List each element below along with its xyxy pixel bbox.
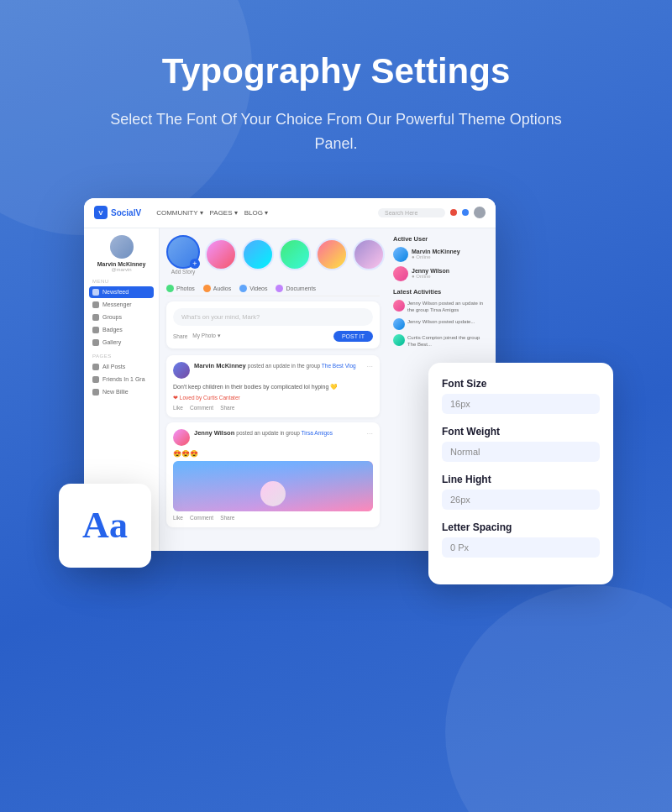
story-avatar-5[interactable] — [353, 238, 385, 270]
feed-avatar-1 — [173, 362, 190, 379]
friends-icon — [92, 376, 99, 383]
story-avatar-1[interactable] — [205, 238, 237, 270]
feed-header-1: Marvin McKinney posted an update in the … — [173, 362, 373, 379]
nav-blog[interactable]: BLOG ▾ — [244, 209, 268, 217]
story-avatar-2[interactable] — [242, 238, 274, 270]
document-action[interactable]: Documents — [276, 285, 315, 292]
nav-pages[interactable]: PAGES ▾ — [210, 209, 238, 217]
font-size-row: Font Size 16px — [442, 378, 600, 414]
feed-text-1: Don't keep children in their bodies by c… — [173, 383, 373, 391]
feed-image-2 — [173, 461, 373, 511]
profile-name: Marvin McKinney — [97, 261, 146, 267]
sidebar-item-friends[interactable]: Friends In 1 Gra — [89, 374, 154, 385]
act-text-2: Jenny Wilson posted update... — [407, 318, 475, 325]
act-avatar-2 — [393, 318, 405, 330]
activity-3: Curtis Compton joined the group The Best… — [393, 334, 489, 348]
au-status-1: ● Online — [412, 254, 460, 259]
feed-group-1: The Best Vlog — [322, 363, 356, 369]
letter-spacing-row: Letter Spacing 0 Px — [442, 521, 600, 558]
header-section: Typography Settings Select The Font Of Y… — [50, 0, 622, 181]
logo-icon: V — [94, 206, 108, 219]
feed-actions-1: Like Comment Share — [173, 405, 373, 411]
feed-comment-btn-1[interactable]: Comment — [190, 405, 213, 411]
act-text-1: Jenny Wilson posted an update in the gro… — [407, 300, 489, 314]
post-footer: Share My Photo ▾ POST IT — [173, 331, 373, 342]
feed-share-btn-2[interactable]: Share — [220, 515, 234, 521]
gallery-icon — [92, 339, 99, 346]
au-status-2: ● Online — [412, 274, 449, 279]
feed-item-1: Marvin McKinney posted an update in the … — [166, 355, 380, 417]
sidebar-item-allposts[interactable]: All Posts — [89, 361, 154, 373]
page-title: Typography Settings — [101, 50, 571, 92]
nav-right: Search Here — [378, 207, 486, 218]
sidebar-item-messenger[interactable]: Messenger — [89, 299, 154, 311]
au-name-2: Jenny Wilson — [412, 268, 449, 274]
feed-more-1[interactable]: ··· — [366, 362, 373, 370]
feed-emoji-2: 😍😍😍 — [173, 450, 373, 458]
line-height-row: Line Hight 26px — [442, 474, 600, 510]
pages-label: PAGES — [92, 354, 154, 359]
au-name-1: Marvin McKinney — [412, 249, 460, 254]
au-avatar-1 — [393, 247, 408, 262]
feed-actions-2: Like Comment Share — [173, 515, 373, 521]
feed-avatar-2 — [173, 429, 190, 446]
feed-item-2: Jenny Wilson posted an update in group T… — [166, 422, 380, 527]
story-avatar-3[interactable] — [279, 238, 311, 270]
activities-title: Latest Activities — [393, 288, 489, 296]
badges-icon — [92, 327, 99, 333]
video-action[interactable]: Videos — [239, 285, 267, 292]
share-label: Share — [173, 333, 187, 339]
aa-text: Aa — [82, 504, 128, 547]
media-dropdown[interactable]: My Photo ▾ — [192, 333, 220, 339]
feed-name-2: Jenny Wilson — [194, 429, 236, 437]
post-actions-bar: Photos Audios Videos Documents — [166, 281, 380, 296]
story-row: Add Story — [166, 235, 380, 275]
active-users-title: Active User — [393, 235, 489, 243]
content-area: V SocialV COMMUNITY ▾ PAGES ▾ BLOG ▾ Sea… — [59, 198, 613, 601]
sidebar-profile: Marvin McKinney @marvin — [89, 235, 154, 272]
font-size-value[interactable]: 16px — [442, 394, 600, 414]
sidebar-item-gallery[interactable]: Gallery — [89, 337, 154, 348]
letter-spacing-label: Letter Spacing — [442, 521, 600, 533]
feed-group-2: Tirsa Amigos — [302, 430, 333, 436]
line-height-value[interactable]: 26px — [442, 490, 600, 510]
add-story-button[interactable] — [166, 235, 200, 269]
newbillie-icon — [92, 389, 99, 396]
story-avatar-4[interactable] — [316, 238, 348, 270]
photo-action[interactable]: Photos — [166, 285, 195, 292]
activity-1: Jenny Wilson posted an update in the gro… — [393, 300, 489, 314]
search-bar[interactable]: Search Here — [378, 208, 445, 217]
profile-avatar — [110, 235, 134, 259]
aa-card: Aa — [59, 484, 151, 568]
feed-like-btn-1[interactable]: Like — [173, 405, 183, 411]
sidebar-item-badges[interactable]: Badges — [89, 324, 154, 336]
feed-name-1: Marvin McKinney — [194, 362, 248, 369]
sidebar-item-groups[interactable]: Groups — [89, 312, 154, 323]
sidebar-item-newbillie[interactable]: New Billie — [89, 386, 154, 398]
messenger-icon — [92, 301, 99, 308]
active-user-2: Jenny Wilson ● Online — [393, 266, 489, 281]
feed-header-2: Jenny Wilson posted an update in group T… — [173, 429, 373, 446]
act-avatar-1 — [393, 300, 405, 312]
message-dot — [462, 209, 469, 216]
line-height-label: Line Hight — [442, 474, 600, 485]
post-it-button[interactable]: POST IT — [333, 331, 373, 342]
audio-action[interactable]: Audios — [203, 285, 231, 292]
feed-share-btn-1[interactable]: Share — [220, 405, 234, 411]
letter-spacing-value[interactable]: 0 Px — [442, 537, 600, 558]
feed-more-2[interactable]: ··· — [366, 429, 373, 437]
feed-like-btn-2[interactable]: Like — [173, 515, 183, 521]
font-weight-value[interactable]: Normal — [442, 442, 600, 462]
act-avatar-3 — [393, 334, 405, 346]
nav-community[interactable]: COMMUNITY ▾ — [156, 209, 202, 217]
notification-dot — [450, 209, 457, 216]
feed-comment-btn-2[interactable]: Comment — [190, 515, 213, 521]
page-subtitle: Select The Font Of Your Choice From Our … — [101, 107, 571, 156]
post-input[interactable]: What's on your mind, Mark? — [173, 308, 373, 326]
activity-2: Jenny Wilson posted update... — [393, 318, 489, 330]
font-weight-label: Font Weight — [442, 426, 600, 437]
font-weight-row: Font Weight Normal — [442, 426, 600, 462]
sidebar-item-newsfeed[interactable]: Newsfeed — [89, 286, 154, 298]
menu-label: MENU — [92, 279, 154, 284]
font-size-label: Font Size — [442, 378, 600, 390]
